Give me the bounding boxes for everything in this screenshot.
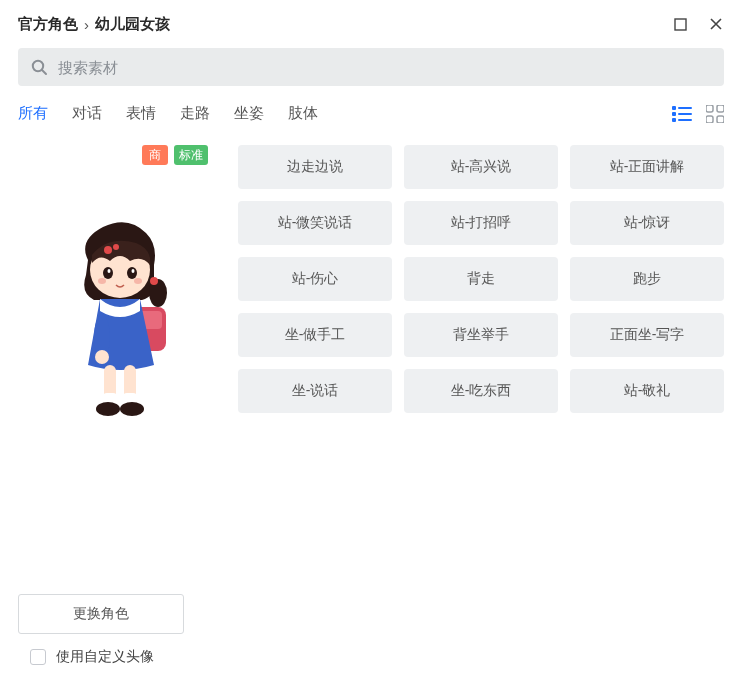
breadcrumb-separator: › xyxy=(84,16,89,33)
svg-point-26 xyxy=(95,350,109,364)
svg-rect-9 xyxy=(717,105,724,112)
action-item[interactable]: 跑步 xyxy=(570,257,724,301)
search-icon xyxy=(30,58,48,76)
window-controls xyxy=(672,16,724,32)
svg-rect-11 xyxy=(717,116,724,123)
action-item[interactable]: 边走边说 xyxy=(238,145,392,189)
action-item[interactable]: 站-微笑说话 xyxy=(238,201,392,245)
preview-column: 商 标准 xyxy=(18,145,218,594)
svg-rect-5 xyxy=(678,113,692,115)
tab-body[interactable]: 肢体 xyxy=(288,100,318,127)
svg-point-19 xyxy=(98,278,106,284)
svg-point-20 xyxy=(134,278,142,284)
svg-point-15 xyxy=(103,267,113,279)
svg-rect-3 xyxy=(678,107,692,109)
badge-row: 商 标准 xyxy=(142,145,208,165)
titlebar: 官方角色 › 幼儿园女孩 xyxy=(18,0,724,48)
svg-rect-7 xyxy=(678,119,692,121)
list-view-button[interactable] xyxy=(672,105,692,123)
breadcrumb-current: 幼儿园女孩 xyxy=(95,15,170,34)
action-item[interactable]: 背坐举手 xyxy=(404,313,558,357)
breadcrumb: 官方角色 › 幼儿园女孩 xyxy=(18,15,170,34)
tab-sit[interactable]: 坐姿 xyxy=(234,100,264,127)
action-item[interactable]: 正面坐-写字 xyxy=(570,313,724,357)
breadcrumb-root[interactable]: 官方角色 xyxy=(18,15,78,34)
window-root: 官方角色 › 幼儿园女孩 所有 对话 表情 走路 坐姿 肢体 xyxy=(0,0,742,680)
kindergarten-girl-icon xyxy=(58,215,178,435)
tab-all[interactable]: 所有 xyxy=(18,100,48,127)
view-toggles xyxy=(672,105,724,123)
actions-grid: 边走边说 站-高兴说 站-正面讲解 站-微笑说话 站-打招呼 站-惊讶 站-伤心… xyxy=(238,145,724,594)
list-icon xyxy=(672,105,692,123)
action-item[interactable]: 站-惊讶 xyxy=(570,201,724,245)
svg-point-16 xyxy=(108,269,111,273)
svg-rect-10 xyxy=(706,116,713,123)
svg-rect-6 xyxy=(672,118,676,122)
category-tabs: 所有 对话 表情 走路 坐姿 肢体 xyxy=(18,100,318,127)
action-item[interactable]: 背走 xyxy=(404,257,558,301)
svg-point-14 xyxy=(113,244,119,250)
tab-walk[interactable]: 走路 xyxy=(180,100,210,127)
svg-point-31 xyxy=(96,402,120,416)
maximize-button[interactable] xyxy=(672,16,688,32)
tab-row: 所有 对话 表情 走路 坐姿 肢体 xyxy=(18,100,724,127)
commercial-badge: 商 xyxy=(142,145,168,165)
svg-rect-0 xyxy=(675,19,686,30)
close-button[interactable] xyxy=(708,16,724,32)
action-item[interactable]: 坐-做手工 xyxy=(238,313,392,357)
character-preview xyxy=(48,195,188,455)
svg-rect-4 xyxy=(672,112,676,116)
square-icon xyxy=(674,18,687,31)
action-item[interactable]: 坐-说话 xyxy=(238,369,392,413)
action-item[interactable]: 站-敬礼 xyxy=(570,369,724,413)
content-area: 商 标准 xyxy=(18,145,724,594)
footer: 更换角色 使用自定义头像 xyxy=(18,594,724,680)
tab-dialogue[interactable]: 对话 xyxy=(72,100,102,127)
custom-avatar-row[interactable]: 使用自定义头像 xyxy=(18,648,724,666)
custom-avatar-checkbox[interactable] xyxy=(30,649,46,665)
action-item[interactable]: 站-打招呼 xyxy=(404,201,558,245)
svg-point-13 xyxy=(104,246,112,254)
grid-icon xyxy=(706,105,724,123)
tab-expression[interactable]: 表情 xyxy=(126,100,156,127)
grid-view-button[interactable] xyxy=(706,105,724,123)
svg-rect-2 xyxy=(672,106,676,110)
action-item[interactable]: 坐-吃东西 xyxy=(404,369,558,413)
svg-point-18 xyxy=(132,269,135,273)
svg-point-32 xyxy=(120,402,144,416)
search-bar[interactable] xyxy=(18,48,724,86)
action-item[interactable]: 站-高兴说 xyxy=(404,145,558,189)
action-item[interactable]: 站-伤心 xyxy=(238,257,392,301)
swap-character-button[interactable]: 更换角色 xyxy=(18,594,184,634)
standard-badge: 标准 xyxy=(174,145,208,165)
svg-point-17 xyxy=(127,267,137,279)
action-item[interactable]: 站-正面讲解 xyxy=(570,145,724,189)
custom-avatar-label: 使用自定义头像 xyxy=(56,648,154,666)
close-icon xyxy=(709,17,723,31)
svg-point-22 xyxy=(150,277,158,285)
svg-rect-8 xyxy=(706,105,713,112)
search-input[interactable] xyxy=(58,59,712,76)
